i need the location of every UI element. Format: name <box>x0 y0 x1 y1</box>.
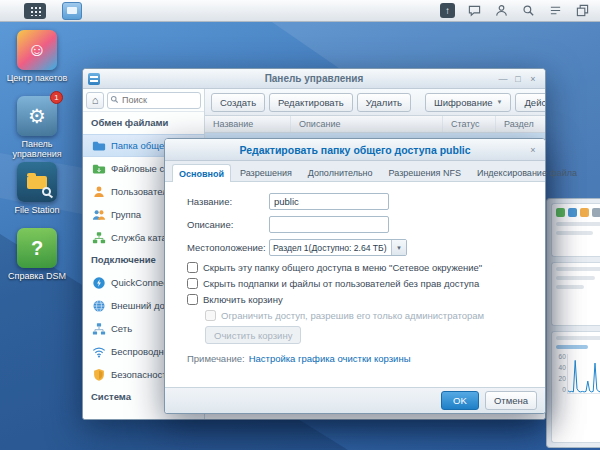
widget-card-storage[interactable] <box>551 262 600 326</box>
gear-icon: ⚙ <box>28 104 46 128</box>
widget-card-connections[interactable] <box>551 203 600 257</box>
ok-button[interactable]: OK <box>441 391 479 410</box>
action-dropdown-button[interactable]: Действие▼ <box>515 93 545 112</box>
file-services-icon <box>92 162 106 176</box>
dialog-tabs: Основной Разрешения Дополнительно Разреш… <box>165 161 545 182</box>
create-button[interactable]: Создать <box>211 93 265 112</box>
status-dot-blue <box>568 208 577 217</box>
description-label: Описание: <box>187 219 269 230</box>
placeholder-line <box>556 276 595 280</box>
widgets-icon[interactable] <box>574 3 590 19</box>
field-row-description: Описание: <box>187 216 545 233</box>
control-panel-titlebar[interactable]: Панель управления — □ × <box>83 69 545 89</box>
desktop-icon-file-station[interactable]: File Station <box>6 162 68 215</box>
home-button[interactable]: ⌂ <box>86 92 104 109</box>
encryption-dropdown-button[interactable]: Шифрование▼ <box>425 93 511 112</box>
question-glyph: ? <box>31 237 43 260</box>
sidebar-item-label: Безопасность <box>111 369 172 380</box>
checkbox-label: Скрыть подпапки и файлы от пользователей… <box>203 278 479 289</box>
desktop-icon-label: Панель управления <box>6 139 68 160</box>
network-icon <box>92 322 106 336</box>
widget-card-resource-monitor[interactable]: 60 40 20 0 <box>551 331 600 443</box>
tick-label: 0 <box>556 387 566 394</box>
placeholder-line <box>556 336 600 340</box>
edit-button[interactable]: Редактировать <box>269 93 353 112</box>
status-dot-gray <box>592 208 600 217</box>
dialog-body: Название: Описание: Местоположение: Разд… <box>165 183 545 387</box>
user-menu-icon[interactable] <box>493 3 509 19</box>
resource-chart: 60 40 20 0 <box>556 354 600 394</box>
desktop-icon-dsm-help[interactable]: ? Справка DSM <box>6 228 68 281</box>
help-icon: ? <box>17 228 57 268</box>
desktop-icon-package-center[interactable]: ☺ Центр пакетов <box>6 30 68 83</box>
close-button[interactable]: × <box>527 74 539 84</box>
desktop-icon-label: Центр пакетов <box>7 73 68 83</box>
search-input[interactable] <box>107 92 201 109</box>
control-panel-icon: ⚙ 1 <box>17 96 57 136</box>
description-field[interactable] <box>269 216 389 233</box>
location-value: Раздел 1(Доступно: 2.64 ТБ) <box>270 243 391 253</box>
tab-general[interactable]: Основной <box>172 164 231 182</box>
table-header: Название Описание Статус Раздел <box>205 116 545 133</box>
shield-icon <box>92 368 106 382</box>
name-field[interactable] <box>269 193 389 210</box>
notification-badge: 1 <box>50 91 63 104</box>
search-icon[interactable] <box>520 3 536 19</box>
checkbox-label: Включить корзину <box>203 294 283 305</box>
cancel-button[interactable]: Отмена <box>485 391 537 410</box>
quickconnect-icon <box>92 276 106 290</box>
empty-recycle-button: Очистить корзину <box>205 326 301 344</box>
close-button[interactable]: × <box>527 145 539 155</box>
dialog-titlebar[interactable]: Редактировать папку общего доступа publi… <box>165 139 545 161</box>
taskbar: ↑ <box>0 0 600 22</box>
notifications-icon[interactable] <box>466 3 482 19</box>
desktop-icon-control-panel[interactable]: ⚙ 1 Панель управления <box>6 96 68 160</box>
tab-permissions[interactable]: Разрешения <box>233 163 299 181</box>
sidebar-search-row: ⌂ <box>83 89 204 112</box>
desktop-icon-label: File Station <box>14 205 59 215</box>
sidebar-item-label: Группа <box>111 209 141 220</box>
main-menu-button[interactable] <box>24 3 46 19</box>
enable-recycle-checkbox[interactable] <box>187 294 198 305</box>
tick-label: 40 <box>556 365 566 372</box>
tab-nfs-permissions[interactable]: Разрешения NFS <box>382 163 468 181</box>
delete-button[interactable]: Удалить <box>357 93 411 112</box>
smile-glyph: ☺ <box>27 39 46 61</box>
upload-indicator-icon[interactable]: ↑ <box>440 3 455 18</box>
location-select[interactable]: Раздел 1(Доступно: 2.64 ТБ) ▼ <box>269 239 407 256</box>
column-header-volume[interactable]: Раздел <box>496 116 545 132</box>
search-icon <box>110 95 119 104</box>
chevron-down-icon: ▼ <box>496 99 502 105</box>
open-app-taskbar-icon[interactable] <box>62 2 82 20</box>
sidebar-item-label: Сеть <box>111 323 132 334</box>
checkbox-row-hide-in-network: Скрыть эту папку общего доступа в меню "… <box>187 262 545 273</box>
hide-in-network-checkbox[interactable] <box>187 262 198 273</box>
column-header-description[interactable]: Описание <box>291 116 443 132</box>
checkbox-row-hide-subfolders: Скрыть подпапки и файлы от пользователей… <box>187 278 545 289</box>
tab-file-indexing[interactable]: Индексирование файла <box>470 163 584 181</box>
note-row: Примечание: Настройка графика очистки ко… <box>187 353 545 364</box>
group-icon <box>92 208 106 222</box>
window-title: Панель управления <box>103 73 525 84</box>
column-header-name[interactable]: Название <box>205 116 291 132</box>
grid-icon <box>30 6 41 16</box>
recycle-schedule-link[interactable]: Настройка графика очистки корзины <box>249 353 411 364</box>
checkbox-label: Скрыть эту папку общего доступа в меню "… <box>203 262 482 273</box>
name-label: Название: <box>187 196 269 207</box>
checkbox-label: Ограничить доступ, разрешив его только а… <box>221 310 484 321</box>
tab-advanced[interactable]: Дополнительно <box>301 163 380 181</box>
sidebar-section-file-sharing: Обмен файлами <box>83 112 204 134</box>
column-header-status[interactable]: Статус <box>443 116 496 132</box>
tick-label: 20 <box>556 376 566 383</box>
shared-folder-icon <box>92 139 106 153</box>
app-icon <box>67 7 77 14</box>
pilot-view-icon[interactable] <box>547 3 563 19</box>
status-dot-orange <box>580 208 589 217</box>
hide-subfolders-checkbox[interactable] <box>187 278 198 289</box>
placeholder-line <box>556 285 584 289</box>
dialog-controls: × <box>527 145 545 155</box>
minimize-button[interactable]: — <box>497 74 509 84</box>
maximize-button[interactable]: □ <box>512 74 524 84</box>
edit-shared-folder-dialog: Редактировать папку общего доступа publi… <box>164 138 546 414</box>
window-controls: — □ × <box>497 74 545 84</box>
